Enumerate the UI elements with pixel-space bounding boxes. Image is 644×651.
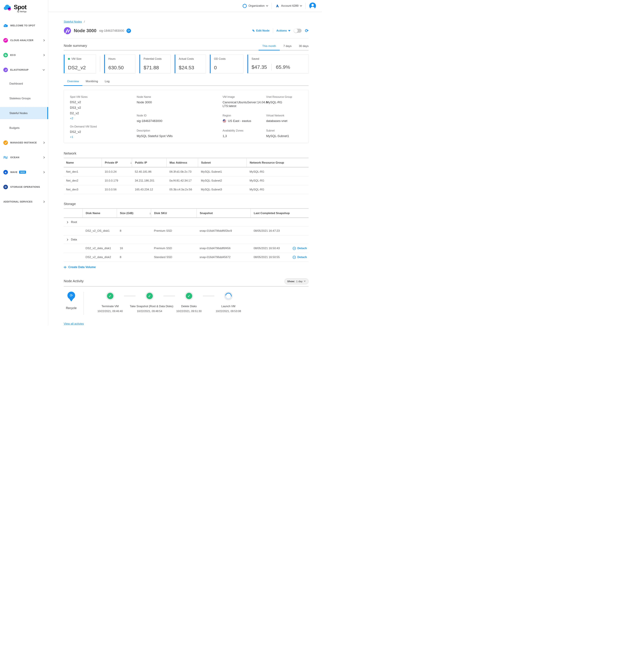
- breadcrumb-stateful-nodes-link[interactable]: Stateful Nodes: [64, 20, 82, 23]
- storage-group-data[interactable]: Data: [64, 236, 309, 244]
- new-badge: NEW: [19, 170, 26, 174]
- tab-log[interactable]: Log: [101, 80, 113, 85]
- storage-title: Storage: [64, 202, 309, 208]
- col-last-snapshot: Last Completed Snapshop: [251, 209, 309, 217]
- spot-size-value: DS2_v2: [70, 100, 137, 104]
- wave-icon: [3, 170, 8, 175]
- detach-label: Detach: [297, 247, 307, 250]
- show-range-dropdown[interactable]: Show: 1 day: [284, 278, 309, 284]
- header-divider: [273, 28, 273, 33]
- detail-tabs: Overview Monitiring Log: [64, 80, 309, 86]
- card-label: Saved: [252, 57, 305, 60]
- cell-subnet: MySQL-Subnet3: [198, 185, 247, 194]
- field-label: Availability Zones: [223, 129, 266, 132]
- sidebar-item-storage-operations[interactable]: ⚙ STORAGE OPERATIONS: [0, 181, 48, 193]
- step-label: Launch VM: [208, 305, 248, 308]
- detach-button[interactable]: Detach: [293, 247, 309, 250]
- node-enabled-toggle[interactable]: [294, 29, 301, 33]
- sidebar-item-elastigroup[interactable]: ELASTIGROUP: [0, 64, 48, 76]
- sidebar-item-label: WELCOME TO SPOT: [10, 24, 35, 27]
- field-value: Node 3000: [137, 100, 223, 104]
- detach-button[interactable]: Detach: [293, 255, 309, 259]
- timeline-steps: ✓ Terminate VM 10/22/2021, 09:46:40 ✓ Ta…: [90, 291, 248, 313]
- storage-row: DS2_v2_data_disk1 16 Premium SSD snap-01…: [64, 244, 309, 253]
- sidebar-item-welcome[interactable]: hi WELCOME TO SPOT: [0, 20, 48, 32]
- user-avatar[interactable]: [309, 2, 316, 9]
- cell-disk-name: DS2_v2_data_disk2: [83, 253, 117, 261]
- edit-node-button[interactable]: ✎ Edit Node: [252, 29, 269, 33]
- sidebar-item-additional-services[interactable]: ADDITIONAL SERVICES: [0, 196, 48, 208]
- recycle-pin-icon: ⟳: [67, 291, 75, 299]
- sidebar-item-stateful-nodes[interactable]: Stateful Nodes: [0, 107, 48, 119]
- field-description: Description MySQL Stateful Spot VMs: [137, 129, 223, 139]
- header-rule: [64, 38, 309, 39]
- breadcrumb-separator: /: [84, 20, 85, 23]
- sub-item-label: Dashboard: [9, 82, 23, 85]
- sidebar-item-budgets[interactable]: Budgets: [0, 122, 48, 134]
- od-costs-value: 0: [214, 65, 240, 70]
- sidebar-item-dashboard[interactable]: Dashboard: [0, 78, 48, 90]
- summary-cards: VM Size DS2_v2 Hours 630.50 Potential Co…: [64, 55, 309, 73]
- edit-node-label: Edit Node: [256, 29, 269, 32]
- od-costs-card: OD Costs 0: [210, 55, 243, 73]
- topbar-divider: [271, 3, 272, 9]
- range-7-days[interactable]: 7 days: [283, 44, 292, 48]
- actions-menu-button[interactable]: Actions: [277, 29, 290, 32]
- field-value: MySQL Stateful Spot VMs: [137, 134, 223, 138]
- sidebar-item-managed-instance[interactable]: MANAGED INSTANCE: [0, 136, 48, 149]
- range-30-days[interactable]: 30 days: [299, 44, 309, 48]
- field-label: VM Image: [223, 95, 266, 98]
- cell-disk-name: DS2_v2_OS_disk1: [83, 226, 117, 235]
- cell-snapshot: snap-016d4796ddf6f2bc9: [197, 226, 251, 235]
- col-snapshot: Snapshot: [197, 209, 251, 217]
- sidebar-item-stateless-groups[interactable]: Stateless Groups: [0, 92, 48, 104]
- step-take-snapshot: ✓ Take Snapshot (Root & Data Disks) 10/2…: [130, 291, 169, 313]
- account-label: Account 6289: [281, 4, 298, 7]
- cell-last-snapshot: 08/05/2021 16:50:55: [254, 255, 280, 259]
- spot-sizes-more-link[interactable]: +2: [70, 117, 137, 120]
- sidebar-item-cloud-analyzer[interactable]: CLOUD ANALYZER: [0, 34, 48, 46]
- field-label: Description: [137, 129, 223, 132]
- sort-desc-icon: ↓: [130, 161, 132, 164]
- field-od-vm-size: On-Demand VM Sized DS2_v2 +1: [70, 125, 137, 139]
- tab-monitoring[interactable]: Monitiring: [82, 80, 101, 85]
- col-name: Name: [64, 158, 102, 167]
- expand-chevron-icon[interactable]: [66, 221, 68, 223]
- step-launch-vm: Launch VM 10/22/2021, 09:53:08: [208, 291, 248, 313]
- us-flag-icon: [223, 119, 226, 123]
- spot-size-value: D2_v2: [70, 112, 137, 115]
- cell-snapshot: snap-016d4796ddf6f456: [197, 244, 251, 253]
- create-data-volume-button[interactable]: Create Data Volume: [64, 266, 309, 269]
- step-time: 10/22/2021, 09:51:30: [169, 310, 208, 313]
- account-menu[interactable]: Account 6289: [276, 4, 302, 8]
- field-vnet-rg: Vnet Resource Group MySQL-RG: [266, 95, 302, 109]
- field-region: Region US East - eastus: [223, 114, 266, 124]
- field-node-name: Node Name Node 3000: [137, 95, 223, 109]
- organization-menu[interactable]: Organization: [243, 4, 268, 8]
- sidebar-item-eco[interactable]: ECO: [0, 49, 48, 61]
- group-name: Data: [71, 238, 77, 241]
- sidebar-item-label: STORAGE OPERATIONS: [10, 186, 40, 188]
- chevron-right-icon: [42, 54, 45, 56]
- cell-size: 8: [117, 253, 151, 261]
- refresh-icon[interactable]: ⟳: [305, 29, 309, 33]
- check-circle-icon: ✓: [147, 293, 153, 299]
- field-spot-vm-sizes: Spot VM Sizes DS2_v2 DS3_v2 D2_v2 +2 On-…: [70, 95, 137, 139]
- recycle-marker: ⟳ Recycle: [64, 291, 79, 310]
- view-all-activities-link[interactable]: View all activies: [64, 322, 84, 326]
- range-this-month[interactable]: This month: [262, 44, 276, 48]
- show-value: 1 day: [296, 280, 302, 283]
- sidebar-item-wave[interactable]: WAVE NEW: [0, 166, 48, 178]
- sidebar-item-ocean[interactable]: OCEAN: [0, 151, 48, 163]
- spot-logo[interactable]: Spot by NetApp: [0, 4, 48, 13]
- col-size[interactable]: Size (GiB)↓: [117, 209, 151, 217]
- sidebar-nav: hi WELCOME TO SPOT CLOUD ANALYZER ECO: [0, 20, 48, 208]
- cell-name: Net_dev3: [64, 185, 102, 194]
- vm-size-value: DS2_v2: [68, 65, 92, 70]
- expand-chevron-icon[interactable]: [66, 239, 68, 241]
- tab-overview[interactable]: Overview: [64, 80, 82, 85]
- storage-group-root[interactable]: Root: [64, 218, 309, 226]
- cell-nrg: MySQL-RG: [247, 167, 309, 176]
- col-private-ip[interactable]: Private IP↓: [102, 158, 132, 167]
- od-size-more-link[interactable]: +1: [70, 135, 137, 139]
